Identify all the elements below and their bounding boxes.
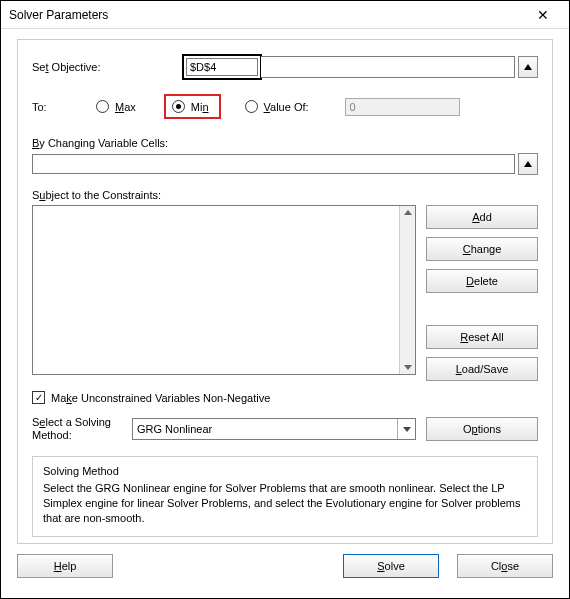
radio-valueof-label: Value Of: (264, 101, 309, 113)
desc-title: Solving Method (43, 465, 527, 477)
close-icon[interactable]: ✕ (523, 1, 563, 29)
solving-method-group: Solving Method Select the GRG Nonlinear … (32, 456, 538, 537)
constraints-label: Subject to the Constraints: (32, 189, 538, 201)
changing-input[interactable] (32, 154, 515, 174)
changing-label: By Changing Variable Cells: (32, 137, 538, 149)
changing-row (32, 153, 538, 175)
method-selected: GRG Nonlinear (137, 423, 212, 435)
method-combobox[interactable]: GRG Nonlinear (132, 418, 416, 440)
chevron-down-icon (397, 419, 415, 439)
resetall-button[interactable]: Reset All (426, 325, 538, 349)
scrollbar[interactable] (399, 206, 415, 374)
constraints-listbox[interactable] (32, 205, 416, 375)
to-row: To: Max Min Value Of: (32, 94, 538, 119)
changing-refpick-button[interactable] (518, 153, 538, 175)
objective-input[interactable] (186, 58, 258, 76)
method-label: Select a SolvingMethod: (32, 416, 132, 442)
change-button[interactable]: Change (426, 237, 538, 261)
loadsave-button[interactable]: Load/Save (426, 357, 538, 381)
desc-text: Select the GRG Nonlinear engine for Solv… (43, 481, 527, 526)
nonneg-label: Make Unconstrained Variables Non-Negativ… (51, 392, 270, 404)
scroll-down-icon (404, 365, 412, 370)
constraint-buttons: Add Change Delete Reset All Load/Save (426, 205, 538, 381)
nonneg-checkbox[interactable]: ✓ (32, 391, 45, 404)
radio-icon (96, 100, 109, 113)
method-row: Select a SolvingMethod: GRG Nonlinear Op… (32, 416, 538, 442)
radio-valueof[interactable]: Value Of: (245, 100, 309, 113)
content-area: Set Objective: To: Max (1, 29, 569, 598)
scroll-up-icon (404, 210, 412, 215)
form-panel: Set Objective: To: Max (17, 39, 553, 544)
objective-label: Set Objective: (32, 61, 182, 73)
solve-button[interactable]: Solve (343, 554, 439, 578)
to-label: To: (32, 101, 72, 113)
collapse-icon (524, 64, 532, 70)
options-button[interactable]: Options (426, 417, 538, 441)
nonneg-row: ✓ Make Unconstrained Variables Non-Negat… (32, 391, 538, 404)
collapse-icon (524, 161, 532, 167)
radio-max-label: Max (115, 101, 136, 113)
radio-min-label: Min (191, 101, 209, 113)
solver-dialog: Solver Parameters ✕ Set Objective: (0, 0, 570, 599)
title-bar: Solver Parameters ✕ (1, 1, 569, 29)
objective-row: Set Objective: (32, 54, 538, 80)
delete-button[interactable]: Delete (426, 269, 538, 293)
bottom-button-row: Help Solve Close (17, 554, 553, 578)
constraints-area: Add Change Delete Reset All Load/Save (32, 205, 538, 381)
radio-max[interactable]: Max (96, 100, 136, 113)
radio-min[interactable]: Min (164, 94, 221, 119)
close-button[interactable]: Close (457, 554, 553, 578)
radio-icon (172, 100, 185, 113)
objective-input-rest[interactable] (261, 56, 515, 78)
add-button[interactable]: Add (426, 205, 538, 229)
objective-refpick-button[interactable] (518, 56, 538, 78)
radio-icon (245, 100, 258, 113)
window-title: Solver Parameters (9, 8, 108, 22)
objective-highlight-box (182, 54, 262, 80)
help-button[interactable]: Help (17, 554, 113, 578)
valueof-input[interactable] (345, 98, 460, 116)
